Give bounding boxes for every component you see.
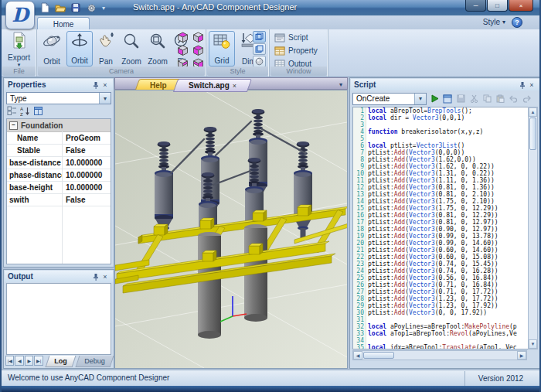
pan-button[interactable]: Pan <box>94 31 117 66</box>
code-line: 35local idx=aBrepTool:Translate(aTop1, V… <box>353 344 537 349</box>
app-window: ▾ Switch.apg - AnyCAD Component Designer… <box>0 0 541 392</box>
copy-icon[interactable] <box>481 94 492 104</box>
categorized-icon[interactable] <box>7 105 17 119</box>
property-name: Stable <box>7 145 63 156</box>
property-group-row[interactable]: − Foundation <box>7 119 111 132</box>
title-bar[interactable]: ▾ Switch.apg - AnyCAD Component Designer… <box>2 0 539 15</box>
property-row[interactable]: phase-distance10.000000 <box>7 169 111 182</box>
property-row[interactable]: NameProGeom <box>7 132 111 145</box>
window-property-button[interactable]: Property <box>274 44 318 57</box>
property-group-label: Foundation <box>21 121 63 130</box>
scroll-left-icon[interactable]: ◀ <box>353 351 362 360</box>
output-log-area[interactable] <box>6 283 111 355</box>
undo-icon[interactable] <box>508 94 519 104</box>
pin-icon[interactable] <box>91 80 100 89</box>
property-value[interactable]: False <box>63 196 86 204</box>
run-script-icon[interactable] <box>429 94 440 104</box>
style-menu[interactable]: Style ▾ <box>483 18 505 26</box>
code-editor[interactable]: 1local aBrepTool=BrepTools();2local dir … <box>352 107 538 349</box>
scroll-down-icon[interactable]: ▼ <box>529 339 537 349</box>
property-row[interactable]: base-height10.000000 <box>7 182 111 194</box>
type-selector[interactable]: Type ▾ <box>6 92 111 104</box>
nav-first-button[interactable]: |◀ <box>5 356 14 366</box>
nav-next-button[interactable]: ▶ <box>25 356 33 366</box>
settings-icon[interactable] <box>85 2 97 14</box>
property-grid[interactable]: − Foundation NameProGeomStableFalsebase-… <box>6 118 111 264</box>
property-value[interactable]: 10.000000 <box>63 159 102 167</box>
nav-prev-button[interactable]: ◀ <box>15 356 23 366</box>
property-row[interactable]: StableFalse <box>7 145 111 157</box>
open-folder-icon[interactable] <box>54 2 66 14</box>
close-icon[interactable]: × <box>100 272 110 281</box>
view-right-icon[interactable] <box>190 31 206 44</box>
view-left-icon[interactable] <box>175 44 190 57</box>
new-file-icon[interactable] <box>39 2 51 14</box>
sort-az-icon[interactable]: AZ <box>20 105 30 119</box>
redo-icon[interactable] <box>521 94 532 104</box>
tab-home[interactable]: Home <box>37 17 90 30</box>
grid-button[interactable]: Grid <box>209 31 235 66</box>
orbit-axis-button[interactable]: Orbit <box>66 31 93 66</box>
wireframe-mode-button[interactable] <box>253 31 266 43</box>
close-icon[interactable]: × <box>527 80 536 89</box>
code-line: 23ptList:Add(Vector3(0.74, 0, 15.45)) <box>353 261 537 268</box>
document-tab-bar: Help Switch.apg× ▾ <box>114 77 348 90</box>
orbit-free-button[interactable]: Orbit <box>39 31 65 66</box>
maximize-button[interactable]: □ <box>487 0 508 12</box>
code-line: 29ptList:Add(Vector3(1.23, 0, 17.92)) <box>353 302 537 309</box>
export-button[interactable]: Export ▾ <box>5 31 33 66</box>
vertical-scroll-thumb[interactable] <box>529 118 536 150</box>
properties-panel-header[interactable]: Properties × <box>5 79 113 90</box>
sphere-mode-button[interactable] <box>253 56 266 67</box>
tab-switch-apg[interactable]: Switch.apg× <box>173 79 252 92</box>
property-value[interactable]: False <box>63 146 86 155</box>
property-value[interactable]: 10.000000 <box>63 183 102 192</box>
event-selector[interactable]: OnCreate ▾ <box>352 93 427 105</box>
window-bottom-edge <box>2 386 539 392</box>
pin-icon[interactable] <box>91 272 100 281</box>
scroll-right-icon[interactable]: ▶ <box>517 351 526 360</box>
property-row[interactable]: base-distance10.000000 <box>7 157 111 169</box>
script-panel-header[interactable]: Script × <box>351 79 539 90</box>
paste-icon[interactable] <box>495 94 505 104</box>
cut-icon[interactable] <box>468 94 479 104</box>
horizontal-scroll-thumb[interactable] <box>363 352 394 359</box>
save-script-icon[interactable] <box>455 94 466 104</box>
qat-dropdown-icon[interactable]: ▾ <box>102 5 105 12</box>
property-value[interactable]: ProGeom <box>63 134 100 142</box>
output-panel-header[interactable]: Output × <box>5 271 113 282</box>
tab-debug[interactable]: Debug <box>76 356 114 367</box>
app-logo[interactable]: D <box>5 1 35 29</box>
vertical-scrollbar[interactable]: ▲ ▼ <box>528 107 538 349</box>
scroll-up-icon[interactable]: ▲ <box>529 107 537 117</box>
code-line: 20ptList:Add(Vector3(0.99, 0, 14.60)) <box>353 240 537 247</box>
new-window-icon[interactable] <box>442 94 453 104</box>
orbit-icon <box>43 32 61 50</box>
grid-label: Grid <box>215 56 230 65</box>
save-icon[interactable] <box>70 2 82 14</box>
close-tab-icon[interactable]: × <box>233 82 236 90</box>
close-icon[interactable]: × <box>100 80 110 89</box>
chevron-down-icon: ▾ <box>502 19 505 26</box>
tab-list-dropdown-icon[interactable]: ▾ <box>339 81 342 88</box>
minimize-button[interactable]: ─ <box>465 0 486 12</box>
code-line: 33local aTop1=aBrepTool:Revol(aPoyLines,… <box>353 330 537 337</box>
pin-icon[interactable] <box>518 80 527 89</box>
window-script-button[interactable]: Script <box>274 31 318 44</box>
view-front-icon[interactable] <box>190 44 206 57</box>
zoom-button[interactable]: Zoom <box>119 31 144 66</box>
property-value[interactable]: 10.000000 <box>63 171 102 179</box>
shaded-mode-button[interactable] <box>253 43 266 55</box>
collapse-icon[interactable]: − <box>9 121 18 130</box>
property-pages-icon[interactable] <box>33 105 43 119</box>
close-window-button[interactable]: × <box>509 0 533 12</box>
property-row[interactable]: swithFalse <box>7 194 111 206</box>
tab-log[interactable]: Log <box>46 356 76 367</box>
type-selector-value: Type <box>10 94 27 103</box>
viewport-3d[interactable] <box>114 90 348 369</box>
view-top-icon[interactable] <box>175 31 190 44</box>
horizontal-scrollbar[interactable]: ◀ ▶ <box>352 350 527 360</box>
help-button[interactable]: ? <box>512 17 522 28</box>
nav-last-button[interactable]: ▶| <box>34 356 43 366</box>
zoom-window-button[interactable]: Zoom <box>145 31 170 66</box>
